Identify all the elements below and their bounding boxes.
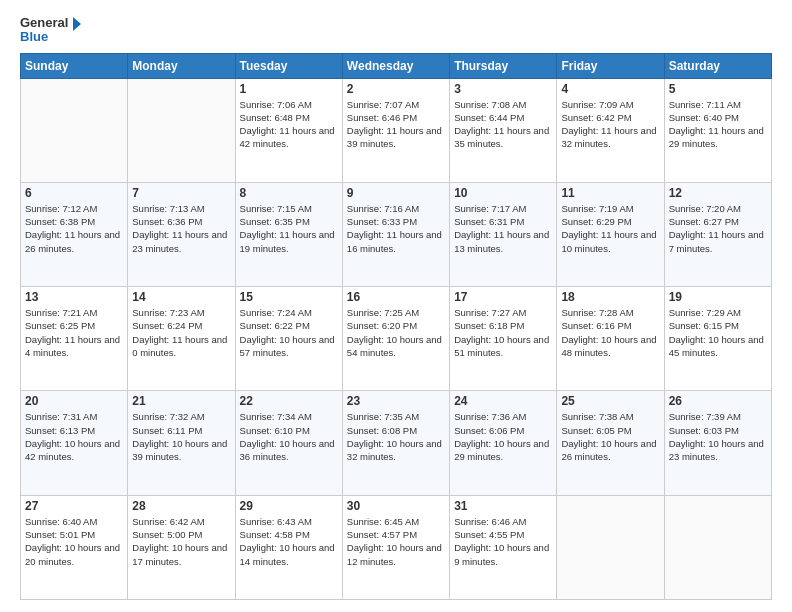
day-detail: Sunrise: 7:39 AM Sunset: 6:03 PM Dayligh… xyxy=(669,410,767,463)
day-number: 8 xyxy=(240,186,338,200)
weekday-header-saturday: Saturday xyxy=(664,53,771,78)
day-number: 1 xyxy=(240,82,338,96)
day-number: 12 xyxy=(669,186,767,200)
day-number: 23 xyxy=(347,394,445,408)
calendar-cell: 20Sunrise: 7:31 AM Sunset: 6:13 PM Dayli… xyxy=(21,391,128,495)
calendar-cell xyxy=(557,495,664,599)
day-number: 15 xyxy=(240,290,338,304)
day-number: 18 xyxy=(561,290,659,304)
day-number: 30 xyxy=(347,499,445,513)
day-detail: Sunrise: 7:23 AM Sunset: 6:24 PM Dayligh… xyxy=(132,306,230,359)
logo-blue: Blue xyxy=(20,30,84,44)
day-number: 16 xyxy=(347,290,445,304)
day-number: 26 xyxy=(669,394,767,408)
day-number: 29 xyxy=(240,499,338,513)
day-number: 25 xyxy=(561,394,659,408)
day-number: 7 xyxy=(132,186,230,200)
calendar-cell: 10Sunrise: 7:17 AM Sunset: 6:31 PM Dayli… xyxy=(450,182,557,286)
day-detail: Sunrise: 7:13 AM Sunset: 6:36 PM Dayligh… xyxy=(132,202,230,255)
weekday-header-wednesday: Wednesday xyxy=(342,53,449,78)
day-detail: Sunrise: 7:36 AM Sunset: 6:06 PM Dayligh… xyxy=(454,410,552,463)
calendar-cell: 3Sunrise: 7:08 AM Sunset: 6:44 PM Daylig… xyxy=(450,78,557,182)
day-number: 6 xyxy=(25,186,123,200)
day-number: 20 xyxy=(25,394,123,408)
day-number: 3 xyxy=(454,82,552,96)
calendar-cell: 11Sunrise: 7:19 AM Sunset: 6:29 PM Dayli… xyxy=(557,182,664,286)
day-number: 2 xyxy=(347,82,445,96)
calendar-cell: 5Sunrise: 7:11 AM Sunset: 6:40 PM Daylig… xyxy=(664,78,771,182)
calendar-cell: 23Sunrise: 7:35 AM Sunset: 6:08 PM Dayli… xyxy=(342,391,449,495)
calendar-cell: 13Sunrise: 7:21 AM Sunset: 6:25 PM Dayli… xyxy=(21,287,128,391)
day-number: 24 xyxy=(454,394,552,408)
day-number: 10 xyxy=(454,186,552,200)
day-number: 21 xyxy=(132,394,230,408)
calendar-cell: 29Sunrise: 6:43 AM Sunset: 4:58 PM Dayli… xyxy=(235,495,342,599)
calendar-cell: 2Sunrise: 7:07 AM Sunset: 6:46 PM Daylig… xyxy=(342,78,449,182)
calendar-cell: 4Sunrise: 7:09 AM Sunset: 6:42 PM Daylig… xyxy=(557,78,664,182)
day-number: 14 xyxy=(132,290,230,304)
day-number: 27 xyxy=(25,499,123,513)
calendar-cell: 30Sunrise: 6:45 AM Sunset: 4:57 PM Dayli… xyxy=(342,495,449,599)
day-detail: Sunrise: 7:21 AM Sunset: 6:25 PM Dayligh… xyxy=(25,306,123,359)
day-detail: Sunrise: 7:31 AM Sunset: 6:13 PM Dayligh… xyxy=(25,410,123,463)
day-number: 9 xyxy=(347,186,445,200)
calendar-cell xyxy=(21,78,128,182)
day-number: 11 xyxy=(561,186,659,200)
day-detail: Sunrise: 7:11 AM Sunset: 6:40 PM Dayligh… xyxy=(669,98,767,151)
calendar-cell: 21Sunrise: 7:32 AM Sunset: 6:11 PM Dayli… xyxy=(128,391,235,495)
day-detail: Sunrise: 6:43 AM Sunset: 4:58 PM Dayligh… xyxy=(240,515,338,568)
calendar-cell: 24Sunrise: 7:36 AM Sunset: 6:06 PM Dayli… xyxy=(450,391,557,495)
day-number: 28 xyxy=(132,499,230,513)
day-detail: Sunrise: 7:07 AM Sunset: 6:46 PM Dayligh… xyxy=(347,98,445,151)
day-detail: Sunrise: 7:32 AM Sunset: 6:11 PM Dayligh… xyxy=(132,410,230,463)
header: General Blue xyxy=(20,16,772,45)
calendar-cell: 9Sunrise: 7:16 AM Sunset: 6:33 PM Daylig… xyxy=(342,182,449,286)
calendar-cell: 8Sunrise: 7:15 AM Sunset: 6:35 PM Daylig… xyxy=(235,182,342,286)
day-detail: Sunrise: 7:15 AM Sunset: 6:35 PM Dayligh… xyxy=(240,202,338,255)
calendar-cell: 15Sunrise: 7:24 AM Sunset: 6:22 PM Dayli… xyxy=(235,287,342,391)
day-detail: Sunrise: 7:28 AM Sunset: 6:16 PM Dayligh… xyxy=(561,306,659,359)
calendar-cell xyxy=(664,495,771,599)
day-detail: Sunrise: 7:16 AM Sunset: 6:33 PM Dayligh… xyxy=(347,202,445,255)
calendar-cell: 17Sunrise: 7:27 AM Sunset: 6:18 PM Dayli… xyxy=(450,287,557,391)
calendar-cell xyxy=(128,78,235,182)
day-detail: Sunrise: 7:25 AM Sunset: 6:20 PM Dayligh… xyxy=(347,306,445,359)
weekday-header-sunday: Sunday xyxy=(21,53,128,78)
day-detail: Sunrise: 7:34 AM Sunset: 6:10 PM Dayligh… xyxy=(240,410,338,463)
weekday-header-row: SundayMondayTuesdayWednesdayThursdayFrid… xyxy=(21,53,772,78)
day-detail: Sunrise: 7:20 AM Sunset: 6:27 PM Dayligh… xyxy=(669,202,767,255)
day-detail: Sunrise: 7:09 AM Sunset: 6:42 PM Dayligh… xyxy=(561,98,659,151)
day-number: 5 xyxy=(669,82,767,96)
logo: General Blue xyxy=(20,16,84,45)
calendar-cell: 26Sunrise: 7:39 AM Sunset: 6:03 PM Dayli… xyxy=(664,391,771,495)
day-detail: Sunrise: 7:24 AM Sunset: 6:22 PM Dayligh… xyxy=(240,306,338,359)
calendar-cell: 27Sunrise: 6:40 AM Sunset: 5:01 PM Dayli… xyxy=(21,495,128,599)
weekday-header-tuesday: Tuesday xyxy=(235,53,342,78)
day-detail: Sunrise: 7:38 AM Sunset: 6:05 PM Dayligh… xyxy=(561,410,659,463)
day-number: 31 xyxy=(454,499,552,513)
day-detail: Sunrise: 7:06 AM Sunset: 6:48 PM Dayligh… xyxy=(240,98,338,151)
logo-general: General xyxy=(20,16,84,30)
calendar-cell: 14Sunrise: 7:23 AM Sunset: 6:24 PM Dayli… xyxy=(128,287,235,391)
day-detail: Sunrise: 7:35 AM Sunset: 6:08 PM Dayligh… xyxy=(347,410,445,463)
calendar-cell: 31Sunrise: 6:46 AM Sunset: 4:55 PM Dayli… xyxy=(450,495,557,599)
calendar-cell: 12Sunrise: 7:20 AM Sunset: 6:27 PM Dayli… xyxy=(664,182,771,286)
day-detail: Sunrise: 6:40 AM Sunset: 5:01 PM Dayligh… xyxy=(25,515,123,568)
calendar-cell: 25Sunrise: 7:38 AM Sunset: 6:05 PM Dayli… xyxy=(557,391,664,495)
day-detail: Sunrise: 7:27 AM Sunset: 6:18 PM Dayligh… xyxy=(454,306,552,359)
day-detail: Sunrise: 6:45 AM Sunset: 4:57 PM Dayligh… xyxy=(347,515,445,568)
day-number: 22 xyxy=(240,394,338,408)
calendar-cell: 7Sunrise: 7:13 AM Sunset: 6:36 PM Daylig… xyxy=(128,182,235,286)
calendar-cell: 6Sunrise: 7:12 AM Sunset: 6:38 PM Daylig… xyxy=(21,182,128,286)
day-number: 13 xyxy=(25,290,123,304)
calendar-week-5: 27Sunrise: 6:40 AM Sunset: 5:01 PM Dayli… xyxy=(21,495,772,599)
day-detail: Sunrise: 7:12 AM Sunset: 6:38 PM Dayligh… xyxy=(25,202,123,255)
calendar-table: SundayMondayTuesdayWednesdayThursdayFrid… xyxy=(20,53,772,600)
day-detail: Sunrise: 7:19 AM Sunset: 6:29 PM Dayligh… xyxy=(561,202,659,255)
calendar-cell: 16Sunrise: 7:25 AM Sunset: 6:20 PM Dayli… xyxy=(342,287,449,391)
weekday-header-thursday: Thursday xyxy=(450,53,557,78)
day-detail: Sunrise: 6:42 AM Sunset: 5:00 PM Dayligh… xyxy=(132,515,230,568)
day-detail: Sunrise: 7:08 AM Sunset: 6:44 PM Dayligh… xyxy=(454,98,552,151)
day-number: 17 xyxy=(454,290,552,304)
day-number: 4 xyxy=(561,82,659,96)
